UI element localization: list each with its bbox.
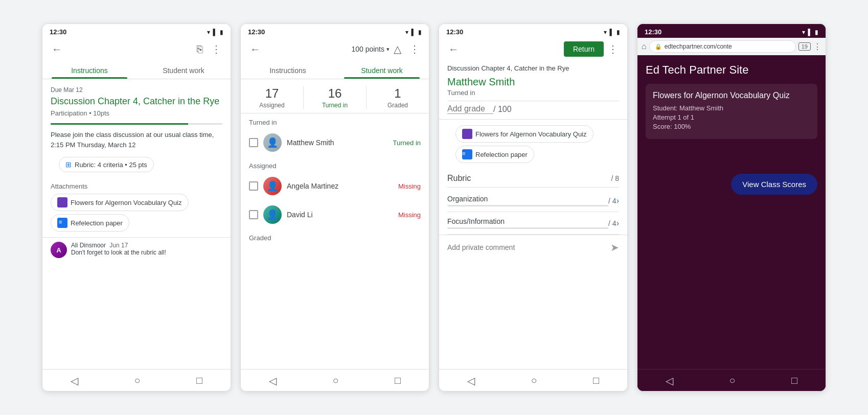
more-icon-1[interactable]: ⋮ bbox=[207, 41, 225, 57]
rubric-chip[interactable]: ⊞ Rubric: 4 criteria • 25 pts bbox=[59, 157, 154, 172]
due-label: Due Mar 12 bbox=[42, 79, 231, 95]
assignment-sub-1: Participation • 10pts bbox=[42, 108, 231, 121]
nav-back-4[interactable]: ◁ bbox=[666, 375, 673, 387]
phone-2: 12:30 ▾ ▌ ▮ ← 100 points ▾ △ ⋮ Instructi… bbox=[240, 24, 429, 391]
grade-denom: / 100 bbox=[493, 105, 512, 114]
student-row-david[interactable]: 👤 David Li Missing bbox=[241, 200, 429, 229]
nav-back-1[interactable]: ◁ bbox=[71, 375, 78, 387]
checkbox-david[interactable] bbox=[249, 210, 258, 219]
card-attempt: Attempt 1 of 1 bbox=[653, 113, 810, 121]
add-comment-input[interactable] bbox=[447, 243, 610, 251]
avatar-angela: 👤 bbox=[263, 177, 282, 195]
nav-recents-1[interactable]: □ bbox=[196, 375, 202, 387]
status-time-1: 12:30 bbox=[50, 28, 66, 36]
student-name-angela: Angela Martinez bbox=[287, 182, 393, 190]
assignment-title-3: Discussion Chapter 4, Catcher in the Rye bbox=[439, 60, 627, 74]
browser-url-bar[interactable]: 🔒 edtechpartner.com/conte bbox=[649, 40, 796, 53]
more-icon-3[interactable]: ⋮ bbox=[604, 41, 622, 57]
bottom-nav-1: ◁ ○ □ bbox=[42, 369, 231, 391]
chevron-focus[interactable]: › bbox=[616, 219, 619, 228]
criterion-score-focus: / 4 bbox=[608, 219, 616, 227]
nav-home-4[interactable]: ○ bbox=[729, 375, 735, 387]
attachment-chip-2[interactable]: ≡ Refelection paper bbox=[51, 214, 129, 232]
back-button-1[interactable]: ← bbox=[48, 41, 66, 57]
browser-tab-count[interactable]: 19 bbox=[798, 42, 811, 51]
tab-instructions-1[interactable]: Instructions bbox=[42, 60, 136, 79]
bottom-nav-3: ◁ ○ □ bbox=[439, 369, 627, 391]
lock-icon: 🔒 bbox=[655, 43, 662, 50]
tab-instructions-2[interactable]: Instructions bbox=[241, 60, 335, 79]
attachment-chip-1[interactable]: Flowers for Algernon Vocabulary Quiz bbox=[51, 194, 189, 211]
stat-graded: 1 Graded bbox=[367, 86, 429, 109]
status-bar-2: 12:30 ▾ ▌ ▮ bbox=[241, 24, 429, 38]
top-nav-1: ← ⎘ ⋮ bbox=[42, 38, 231, 60]
nav-recents-3[interactable]: □ bbox=[593, 375, 599, 387]
return-button[interactable]: Return bbox=[564, 41, 604, 57]
criterion-organization[interactable]: Organization / 4 › bbox=[447, 190, 619, 212]
nav-home-3[interactable]: ○ bbox=[531, 375, 537, 387]
wifi-icon-4: ▾ bbox=[802, 29, 805, 36]
criterion-focus[interactable]: Focus/Information / 4 › bbox=[447, 212, 619, 235]
drive-icon-2[interactable]: △ bbox=[390, 41, 405, 57]
tab-studentwork-1[interactable]: Student work bbox=[136, 60, 231, 79]
nav-home-1[interactable]: ○ bbox=[134, 375, 140, 387]
nav-recents-2[interactable]: □ bbox=[395, 375, 401, 387]
vocab-quiz-icon-1 bbox=[57, 197, 67, 208]
attachment-chip-3a[interactable]: Flowers for Algernon Vocabulary Quiz bbox=[455, 125, 593, 143]
status-angela: Missing bbox=[398, 182, 421, 190]
browser-home-icon[interactable]: ⌂ bbox=[642, 42, 647, 51]
status-time-3: 12:30 bbox=[446, 28, 463, 36]
checkbox-matthew[interactable] bbox=[249, 138, 258, 147]
comment-row-1: A Ali Dinsmoor Jun 17 Don't forget to lo… bbox=[42, 237, 231, 262]
student-row-matthew[interactable]: 👤 Matthew Smith Turned in bbox=[241, 128, 429, 157]
tab-bar-1: Instructions Student work bbox=[42, 60, 231, 79]
send-icon[interactable]: ➤ bbox=[610, 241, 619, 253]
status-time-2: 12:30 bbox=[248, 28, 265, 36]
more-icon-2[interactable]: ⋮ bbox=[405, 41, 424, 57]
description-text: Please join the class discussion at our … bbox=[42, 130, 231, 156]
top-nav-2: ← 100 points ▾ △ ⋮ bbox=[241, 38, 429, 60]
section-assigned: Assigned bbox=[241, 157, 429, 172]
criterion-bar-focus bbox=[447, 227, 608, 229]
green-divider bbox=[51, 123, 222, 125]
status-icons-4: ▾ ▌ ▮ bbox=[802, 29, 818, 36]
student-row-angela[interactable]: 👤 Angela Martinez Missing bbox=[241, 172, 429, 200]
status-bar-4: 12:30 ▾ ▌ ▮ bbox=[637, 24, 826, 38]
share-icon-1[interactable]: ⎘ bbox=[193, 41, 207, 57]
signal-icon-3: ▌ bbox=[609, 29, 614, 36]
status-icons-2: ▾ ▌ ▮ bbox=[405, 29, 422, 36]
tab-bar-2: Instructions Student work bbox=[241, 60, 429, 79]
card-title: Flowers for Algernon Vocabulary Quiz bbox=[653, 91, 810, 100]
view-scores-button[interactable]: View Class Scores bbox=[731, 174, 817, 195]
tab-studentwork-2[interactable]: Student work bbox=[335, 60, 429, 79]
rubric-title-row: Rubric / 8 bbox=[447, 174, 619, 188]
dark-content: Ed Tech Partner Site Flowers for Algerno… bbox=[637, 55, 826, 369]
attachment-chip-3b[interactable]: ≡ Refelection paper bbox=[455, 146, 534, 163]
browser-more-icon[interactable]: ⋮ bbox=[813, 42, 821, 52]
back-button-2[interactable]: ← bbox=[246, 41, 264, 57]
back-button-3[interactable]: ← bbox=[444, 41, 463, 57]
assignment-title-1: Discussion Chapter 4, Catcher in the Rye bbox=[42, 95, 231, 108]
stats-row: 17 Assigned 16 Turned in 1 Graded bbox=[241, 79, 429, 113]
stat-turnedin: 16 Turned in bbox=[304, 86, 367, 109]
phones-container: 12:30 ▾ ▌ ▮ ← ⎘ ⋮ Instructions Student w… bbox=[42, 24, 826, 391]
battery-icon-1: ▮ bbox=[220, 29, 223, 36]
status-david: Missing bbox=[398, 211, 421, 219]
nav-back-3[interactable]: ◁ bbox=[467, 375, 475, 387]
attachment-list-3: Flowers for Algernon Vocabulary Quiz ≡ R… bbox=[439, 120, 627, 169]
nav-recents-4[interactable]: □ bbox=[791, 375, 797, 387]
bottom-nav-4: ◁ ○ □ bbox=[637, 369, 826, 391]
status-time-4: 12:30 bbox=[645, 28, 661, 36]
content-2: 17 Assigned 16 Turned in 1 Graded Turned… bbox=[241, 79, 429, 369]
quiz-card: Flowers for Algernon Vocabulary Quiz Stu… bbox=[646, 84, 817, 139]
rubric-denom: / 8 bbox=[611, 174, 619, 182]
checkbox-angela[interactable] bbox=[249, 181, 258, 191]
chevron-org[interactable]: › bbox=[616, 196, 619, 205]
student-detail-name: Matthew Smith bbox=[439, 74, 627, 89]
content-3: Discussion Chapter 4, Catcher in the Rye… bbox=[439, 60, 627, 369]
comment-content-1: Ali Dinsmoor Jun 17 Don't forget to look… bbox=[71, 242, 166, 258]
nav-back-2[interactable]: ◁ bbox=[269, 375, 277, 387]
nav-home-2[interactable]: ○ bbox=[332, 375, 338, 387]
card-student: Student: Matthew Smith bbox=[653, 104, 810, 112]
grade-input[interactable] bbox=[447, 104, 493, 114]
